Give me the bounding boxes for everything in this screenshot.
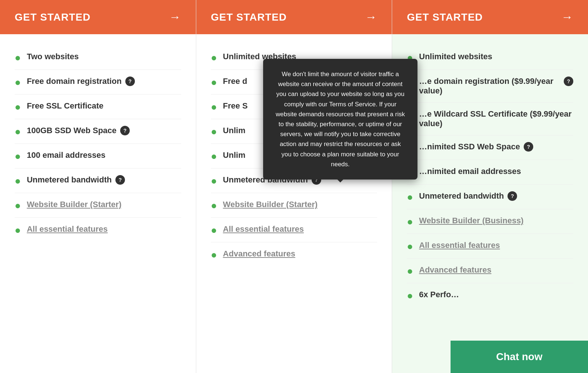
bullet-icon: ● — [211, 151, 217, 161]
list-item: ● 6x Perfo… — [407, 283, 573, 308]
bullet-icon: ● — [407, 192, 413, 202]
bullet-icon: ● — [15, 102, 21, 112]
advanced-features-link-2[interactable]: Advanced features — [223, 249, 295, 259]
feature-text: Free SSL Certificate — [27, 101, 104, 111]
feature-text truncated: Free S — [223, 101, 248, 111]
list-item: ● Website Builder (Business) — [407, 209, 573, 234]
list-item: ● Free SSL Certificate — [15, 95, 181, 119]
list-item: ● 100GB SSD Web Space ? — [15, 119, 181, 144]
plan-column-2: GET STARTED → ● Unlimited websites ● Fre… — [196, 0, 392, 373]
chat-now-button[interactable]: Chat now — [451, 341, 588, 373]
website-builder-link-2[interactable]: Website Builder (Starter) — [223, 200, 318, 209]
feature-text: …e Wildcard SSL Certificate ($9.99/year … — [419, 109, 573, 128]
help-icon[interactable]: ? — [508, 191, 517, 201]
feature-text: Unlimited websites — [419, 52, 492, 61]
list-item: ● Free domain registration ? — [15, 70, 181, 95]
feature-text: Unmetered bandwidth — [419, 191, 504, 201]
arrow-icon-1: → — [169, 10, 181, 24]
feature-text truncated: Unlim — [223, 126, 245, 135]
get-started-button-2[interactable]: GET STARTED → — [196, 0, 392, 34]
essential-features-link-2[interactable]: All essential features — [223, 224, 304, 234]
list-item: ● Unlimited websites — [407, 45, 573, 70]
arrow-icon-3: → — [561, 10, 573, 24]
list-item: ● Advanced features — [211, 242, 377, 267]
list-item: ● All essential features — [15, 218, 181, 242]
help-icon[interactable]: ? — [115, 175, 125, 185]
bullet-icon: ● — [211, 250, 217, 260]
feature-text truncated: Unlim — [223, 150, 245, 160]
bullet-icon: ● — [211, 200, 217, 211]
list-item: ● All essential features — [211, 218, 377, 242]
tooltip-text: We don't limit the amount of visitor tra… — [276, 71, 405, 168]
list-item: ● Unmetered bandwidth ? — [15, 168, 181, 193]
list-item: ● Unmetered bandwidth ? — [407, 185, 573, 209]
get-started-label-2: GET STARTED — [211, 11, 287, 23]
get-started-button-1[interactable]: GET STARTED → — [0, 0, 196, 34]
website-builder-link-1[interactable]: Website Builder (Starter) — [27, 200, 122, 209]
plan-column-1: GET STARTED → ● Two websites ● Free doma… — [0, 0, 196, 373]
feature-text: …nimited email addresses — [419, 167, 521, 176]
essential-features-link-3[interactable]: All essential features — [419, 241, 500, 250]
features-list-3: ● Unlimited websites ● …e domain registr… — [392, 34, 588, 373]
chat-now-label: Chat now — [496, 351, 542, 362]
page-wrapper: GET STARTED → ● Two websites ● Free doma… — [0, 0, 588, 373]
list-item: ● Website Builder (Starter) — [211, 193, 377, 218]
website-builder-link-3[interactable]: Website Builder (Business) — [419, 216, 523, 225]
bullet-icon: ● — [211, 176, 217, 186]
bullet-icon: ● — [15, 225, 21, 235]
list-item: ● …nimited email addresses — [407, 160, 573, 185]
list-item: ● 100 email addresses — [15, 144, 181, 168]
list-item: ● Two websites — [15, 45, 181, 70]
bullet-icon: ● — [15, 77, 21, 88]
bullet-icon: ● — [15, 200, 21, 211]
get-started-label-3: GET STARTED — [407, 11, 483, 23]
list-item: ● …nimited SSD Web Space ? — [407, 135, 573, 160]
help-icon[interactable]: ? — [125, 77, 135, 86]
list-item: ● …e Wildcard SSL Certificate ($9.99/yea… — [407, 103, 573, 135]
bullet-icon: ● — [211, 77, 217, 88]
features-list-1: ● Two websites ● Free domain registratio… — [0, 34, 196, 373]
feature-text: …e domain registration ($9.99/year value… — [419, 77, 560, 96]
feature-text: Unmetered bandwidth — [27, 175, 112, 185]
help-icon[interactable]: ? — [564, 77, 573, 86]
bullet-icon: ● — [15, 53, 21, 63]
bullet-icon: ● — [211, 102, 217, 112]
bullet-icon: ● — [15, 176, 21, 186]
feature-text truncated: Free d — [223, 77, 247, 86]
feature-text: …nimited SSD Web Space — [419, 142, 520, 152]
bullet-icon: ● — [407, 217, 413, 227]
essential-features-link-1[interactable]: All essential features — [27, 224, 108, 234]
feature-text: Free domain registration — [27, 77, 122, 86]
get-started-button-3[interactable]: GET STARTED → — [392, 0, 588, 34]
feature-text: 100GB SSD Web Space — [27, 126, 116, 135]
feature-text truncated: 6x Perfo… — [419, 290, 459, 299]
bullet-icon: ● — [211, 53, 217, 63]
get-started-label-1: GET STARTED — [15, 11, 90, 23]
bullet-icon: ● — [407, 291, 413, 301]
bullet-icon: ● — [15, 127, 21, 137]
arrow-icon-2: → — [365, 10, 377, 24]
bullet-icon: ● — [211, 127, 217, 137]
feature-text: 100 email addresses — [27, 150, 105, 160]
bullet-icon: ● — [211, 225, 217, 235]
tooltip-popup: We don't limit the amount of visitor tra… — [263, 59, 417, 180]
bullet-icon: ● — [407, 241, 413, 252]
bullet-icon: ● — [15, 151, 21, 161]
help-icon[interactable]: ? — [524, 142, 533, 152]
list-item: ● Advanced features — [407, 259, 573, 283]
plan-column-3: GET STARTED → ● Unlimited websites ● …e … — [392, 0, 588, 373]
list-item: ● …e domain registration ($9.99/year val… — [407, 70, 573, 103]
list-item: ● All essential features — [407, 234, 573, 259]
advanced-features-link-3[interactable]: Advanced features — [419, 265, 491, 275]
help-icon[interactable]: ? — [120, 126, 130, 135]
feature-text: Two websites — [27, 52, 79, 61]
bullet-icon: ● — [407, 266, 413, 276]
list-item: ● Website Builder (Starter) — [15, 193, 181, 218]
